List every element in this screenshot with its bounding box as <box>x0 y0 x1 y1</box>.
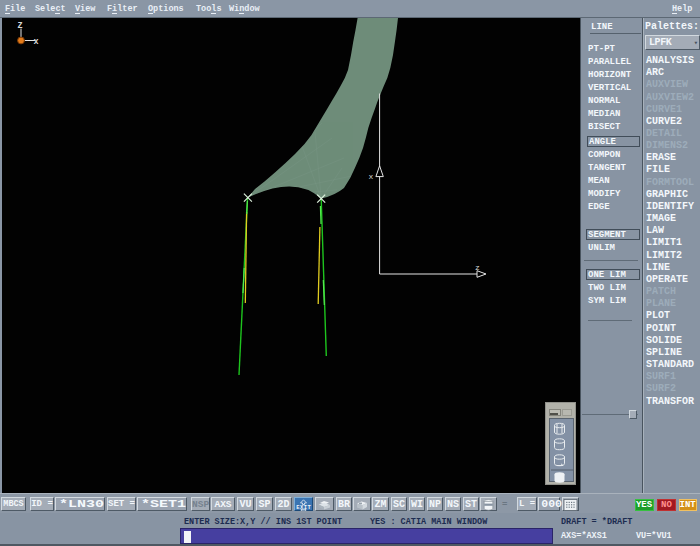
svg-text:z: z <box>475 263 480 272</box>
svg-text:x: x <box>34 37 39 47</box>
svg-text:x: x <box>369 172 374 181</box>
svg-text:Z: Z <box>18 21 23 31</box>
svg-text:EXIT: EXIT <box>296 504 311 511</box>
